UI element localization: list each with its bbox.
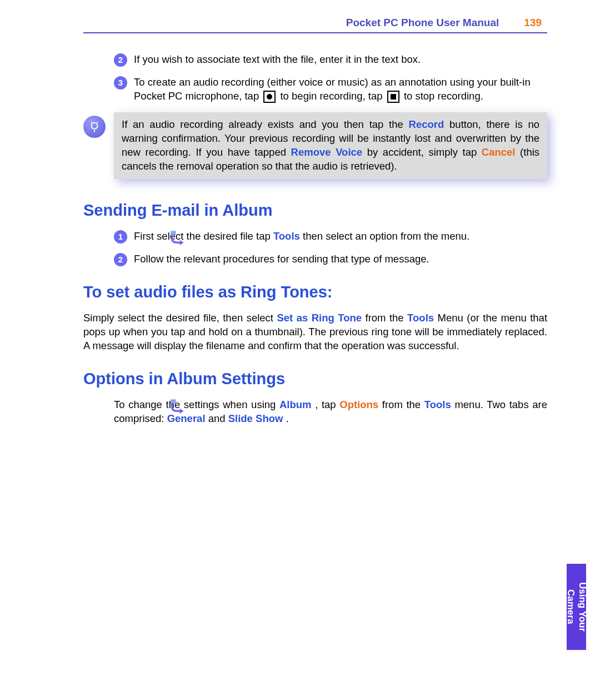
keyword-slide-show: Slide Show [228,413,283,424]
svg-line-3 [97,122,98,123]
keyword-record: Record [409,118,444,130]
text-fragment: Simply select the desired file, then sel… [83,312,277,324]
step-bullet-icon: 3 [114,76,127,90]
record-icon [263,91,276,103]
top-step-list: 2 If you wish to associate text with the… [114,53,547,103]
section-side-tab: Using Your Camera [567,564,586,650]
keyword-cancel: Cancel [482,146,516,158]
tip-callout: If an audio recording already exists and… [83,112,547,179]
stop-icon [387,91,399,103]
text-fragment: First select the desired file tap [134,230,273,242]
heading-sending-email: Sending E-mail in Album [83,201,547,220]
text-fragment: If an audio recording already exists and… [122,118,409,130]
page-number: 139 [524,17,542,29]
svg-line-2 [91,122,92,123]
step-2-text: If you wish to associate text with the f… [134,53,547,67]
keyword-general: General [167,413,206,424]
text-fragment: to stop recording. [404,90,483,102]
page-header: Pocket PC Phone User Manual 139 [83,17,547,29]
step-bullet-icon: 2 [114,53,127,67]
text-fragment: , tap [315,399,339,410]
keyword-tools: Tools [273,230,300,242]
pointer-arrow-icon [169,230,185,245]
keyword-set-ring-tone: Set as Ring Tone [277,312,362,324]
ring-tones-paragraph: Simply select the desired file, then sel… [83,311,547,353]
keyword-remove-voice: Remove Voice [291,146,363,158]
keyword-album: Album [279,399,312,410]
keyword-tools: Tools [407,312,434,324]
text-fragment: from the [366,312,408,324]
step-bullet-icon: 2 [114,253,127,266]
email-step-1-text: First select the desired file tap Tools … [134,230,547,244]
text-fragment: To change the settings when using [114,399,279,410]
manual-title: Pocket PC Phone User Manual [346,17,499,29]
email-step-2: 2 Follow the relevant procedures for sen… [114,252,547,266]
svg-rect-5 [171,399,176,403]
text-fragment: from the [382,399,424,410]
text-fragment: by accident, simply tap [367,146,482,158]
step-3: 3 To create an audio recording (either v… [114,76,547,103]
text-fragment: then select an option from the menu. [303,230,469,242]
email-step-2-text: Follow the relevant procedures for sendi… [134,252,547,266]
tip-box: If an audio recording already exists and… [114,112,547,179]
svg-rect-4 [171,231,176,235]
lightbulb-icon [83,116,106,138]
header-rule [83,32,547,33]
keyword-options: Options [339,399,378,410]
text-fragment: to begin recording, tap [280,90,385,102]
text-fragment: and [208,413,228,424]
step-2: 2 If you wish to associate text with the… [114,53,547,67]
heading-options-album: Options in Album Settings [83,370,547,388]
step-3-text: To create an audio recording (either voi… [134,76,547,103]
text-fragment: . [286,413,289,424]
pointer-arrow-icon [169,398,185,414]
svg-point-0 [92,123,98,129]
step-bullet-icon: 1 [114,230,127,244]
keyword-tools: Tools [424,399,451,410]
heading-ring-tones: To set audio files as Ring Tones: [83,283,547,301]
